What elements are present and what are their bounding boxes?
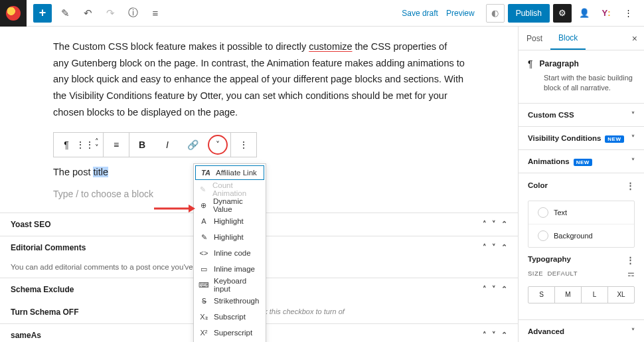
visibility-section[interactable]: Visibility ConditionsNEW˅ [519, 127, 644, 150]
move-updown-icon[interactable]: ˄˅ [91, 133, 103, 157]
more-icon[interactable]: ⋮ [626, 181, 635, 191]
item-icon: X² [199, 329, 208, 337]
chevron-down-icon[interactable]: ˅ [492, 220, 496, 228]
dropdown-item-inline-code[interactable]: <>Inline code [194, 245, 266, 261]
item-label: Dynamic Value [213, 197, 260, 213]
italic-button[interactable]: I [155, 133, 180, 157]
dropdown-item-keyboard-input[interactable]: ⌨Keyboard input [194, 277, 266, 293]
size-options: SMLXL [528, 286, 635, 303]
move-top-icon[interactable]: ⌃ [501, 243, 507, 252]
item-label: Count Animation [212, 181, 260, 197]
jetpack-button[interactable]: ◐ [486, 4, 505, 23]
chevron-down-icon[interactable]: ˅ [492, 285, 496, 294]
publish-button[interactable]: Publish [508, 4, 550, 23]
move-top-icon[interactable]: ⌃ [501, 285, 507, 294]
chevron-up-icon[interactable]: ˄ [483, 220, 487, 228]
chevron-down-icon[interactable]: ˅ [492, 331, 496, 339]
text-color-row[interactable]: Text [528, 201, 634, 224]
more-icon[interactable]: ⋮ [626, 255, 635, 265]
item-label: Inline code [214, 249, 251, 257]
tab-block[interactable]: Block [550, 27, 586, 50]
dropdown-item-subscript[interactable]: X₂Subscript [194, 309, 266, 325]
item-label: Keyboard input [214, 277, 260, 293]
block-toolbar: ¶ ⋮⋮ ˄˅ ≡ B I 🔗 ˅ ⋮ [53, 132, 257, 157]
size-option-xl[interactable]: XL [608, 287, 634, 303]
paragraph-block[interactable]: The Custom CSS block feature makes it po… [53, 39, 465, 120]
panel-title: sameAs [11, 331, 41, 340]
option-label: Background [554, 232, 593, 240]
more-menu-icon[interactable]: ⋮ [619, 4, 637, 23]
link-button[interactable]: 🔗 [180, 133, 205, 157]
new-badge: NEW [605, 135, 623, 143]
block-info: ¶Paragraph Start with the basic building… [519, 50, 644, 104]
selected-text: title [93, 167, 108, 177]
section-title: Visibility Conditions [528, 134, 601, 142]
undo-icon[interactable]: ↶ [78, 4, 97, 23]
edit-icon[interactable]: ✎ [56, 4, 74, 23]
info-icon[interactable]: ⓘ [123, 4, 142, 23]
color-swatch [538, 230, 548, 241]
more-rich-text-button[interactable]: ˅ [208, 135, 228, 155]
turn-schema-hint: Tick this checkbox to turn of [254, 307, 345, 315]
settings-button[interactable]: ⚙ [553, 4, 572, 23]
size-option-m[interactable]: M [555, 287, 582, 303]
tab-post[interactable]: Post [519, 27, 550, 50]
size-default: DEFAULT [547, 270, 578, 277]
wp-logo[interactable] [0, 0, 27, 27]
color-swatch [538, 207, 548, 218]
advanced-section[interactable]: Advanced˅ [519, 320, 644, 342]
rich-text-dropdown: TAAffiliate Link✎Count Animation⊕Dynamic… [193, 163, 266, 342]
color-section[interactable]: Color⋮ [519, 173, 644, 198]
save-draft-link[interactable]: Save draft [402, 9, 438, 18]
bold-button[interactable]: B [129, 133, 155, 157]
item-icon: S̶ [199, 297, 208, 305]
animations-section[interactable]: AnimationsNEW˅ [519, 150, 644, 173]
sliders-icon[interactable]: ⚎ [627, 269, 635, 278]
move-top-icon[interactable]: ⌃ [501, 331, 507, 339]
chevron-up-icon[interactable]: ˄ [483, 285, 487, 294]
move-top-icon[interactable]: ⌃ [501, 220, 507, 228]
dropdown-item-highlight[interactable]: AHighlight [194, 213, 266, 229]
outline-icon[interactable]: ≡ [146, 4, 165, 23]
dropdown-item-dynamic-value[interactable]: ⊕Dynamic Value [194, 197, 266, 213]
chevron-down-icon: ˅ [631, 157, 635, 165]
size-option-l[interactable]: L [582, 287, 608, 303]
size-option-s[interactable]: S [528, 287, 555, 303]
block-type-title: Paragraph [540, 59, 579, 68]
background-color-row[interactable]: Background [528, 224, 634, 247]
section-title: Color [528, 181, 548, 189]
add-block-button[interactable]: + [33, 4, 52, 23]
item-icon: ⊕ [199, 201, 208, 210]
block-more-icon[interactable]: ⋮ [231, 133, 256, 157]
spellcheck-word: customize [309, 41, 352, 52]
preview-link[interactable]: Preview [446, 9, 475, 18]
chevron-down-icon[interactable]: ˅ [492, 243, 496, 252]
paragraph-text: The Custom CSS block feature makes it po… [53, 41, 309, 52]
block-type-desc: Start with the basic building block of a… [528, 73, 635, 94]
item-icon: ▭ [199, 265, 208, 274]
chevron-up-icon[interactable]: ˄ [483, 243, 487, 252]
redo-icon[interactable]: ↷ [101, 4, 120, 23]
align-icon[interactable]: ≡ [104, 133, 129, 157]
dropdown-item-superscript[interactable]: X²Superscript [194, 325, 266, 341]
item-label: Subscript [214, 313, 246, 321]
dropdown-item-strikethrough[interactable]: S̶Strikethrough [194, 293, 266, 309]
section-title: Advanced [528, 327, 564, 335]
user-icon[interactable]: 👤 [575, 4, 594, 23]
custom-css-section[interactable]: Custom CSS˅ [519, 104, 644, 127]
item-label: Highlight [214, 217, 244, 225]
close-sidebar-icon[interactable]: × [632, 33, 637, 44]
item-icon: <> [199, 249, 208, 257]
item-icon: X₂ [199, 313, 208, 321]
drag-handle-icon[interactable]: ⋮⋮ [79, 133, 91, 157]
yoast-icon[interactable]: Y: [597, 4, 615, 23]
dropdown-item-highlight[interactable]: ✎Highlight [194, 229, 266, 245]
dropdown-item-inline-image[interactable]: ▭Inline image [194, 261, 266, 277]
chevron-up-icon[interactable]: ˄ [483, 331, 487, 339]
typography-section[interactable]: Typography⋮ [519, 248, 644, 269]
panel-title: Schema Exclude [11, 285, 74, 294]
option-label: Text [554, 209, 567, 216]
color-options: Text Background [528, 201, 635, 248]
item-icon: ✎ [199, 233, 208, 242]
dropdown-item-affiliate-link[interactable]: TAAffiliate Link [195, 165, 264, 180]
